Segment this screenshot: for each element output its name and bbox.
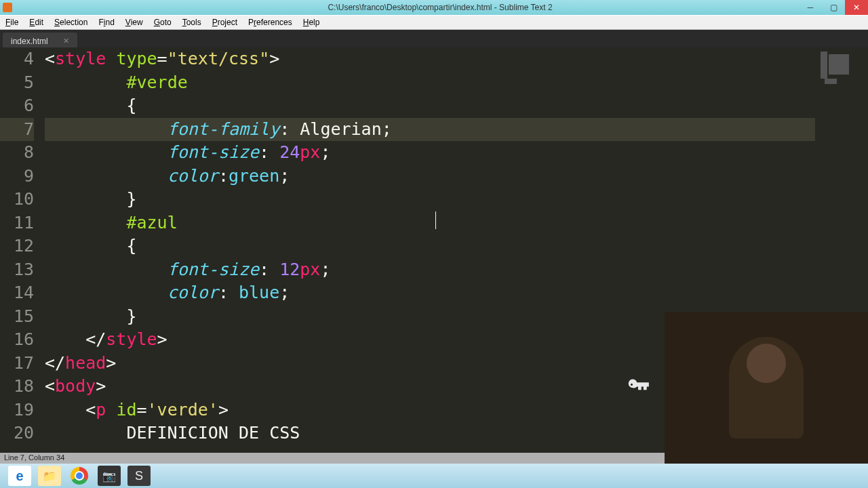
tab-bar: index.html ✕	[0, 30, 868, 47]
tab-close-icon[interactable]: ✕	[63, 37, 69, 45]
taskbar-ie-icon[interactable]: e	[8, 466, 31, 486]
menu-goto[interactable]: Goto	[149, 18, 177, 27]
taskbar-explorer-icon[interactable]: 📁	[38, 466, 61, 486]
tab-index-html[interactable]: index.html ✕	[3, 33, 77, 47]
taskbar-chrome-icon[interactable]	[68, 466, 91, 486]
menu-tools[interactable]: Tools	[177, 18, 207, 27]
taskbar: e 📁 📷 S	[0, 464, 868, 488]
menu-bar: File Edit Selection Find View Goto Tools…	[0, 15, 868, 30]
menu-project[interactable]: Project	[207, 18, 243, 27]
taskbar-sublime-icon[interactable]: S	[127, 466, 151, 486]
menu-help[interactable]: Help	[298, 18, 326, 27]
title-bar: C:\Users\franco\Desktop\compartir\index.…	[0, 0, 868, 15]
person-silhouette	[729, 337, 804, 439]
status-text: Line 7, Column 34	[4, 453, 64, 462]
minimize-button[interactable]: ─	[799, 0, 822, 15]
key-icon	[625, 373, 651, 399]
maximize-button[interactable]: ▢	[822, 0, 845, 15]
window-title: C:\Users\franco\Desktop\compartir\index.…	[12, 3, 868, 12]
line-gutter: 4567891011121314151617181920	[0, 47, 42, 453]
taskbar-camera-icon[interactable]: 📷	[98, 466, 121, 486]
menu-preferences[interactable]: Preferences	[243, 18, 298, 27]
app-icon	[3, 3, 12, 12]
menu-view[interactable]: View	[120, 18, 149, 27]
menu-edit[interactable]: Edit	[24, 18, 49, 27]
menu-find[interactable]: Find	[93, 18, 119, 27]
menu-selection[interactable]: Selection	[49, 18, 93, 27]
tab-label: index.html	[11, 37, 48, 46]
webcam-overlay	[665, 312, 868, 464]
close-button[interactable]: ✕	[845, 0, 868, 15]
menu-file[interactable]: File	[0, 18, 24, 27]
